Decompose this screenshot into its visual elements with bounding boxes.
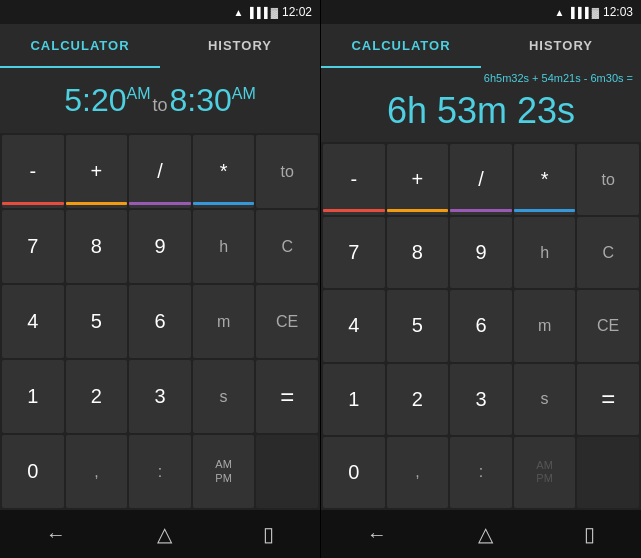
- key-colon[interactable]: :: [129, 435, 191, 508]
- key-colon-2[interactable]: :: [450, 437, 512, 508]
- phone-2: ▲ ▐▐▐ ▓ 12:03 CALCULATOR HISTORY 6h5m32s…: [321, 0, 641, 558]
- key-3[interactable]: 3: [129, 360, 191, 433]
- key-5[interactable]: 5: [66, 285, 128, 358]
- minus-indicator-2: [323, 209, 385, 212]
- mul-indicator-2: [514, 209, 576, 212]
- key-s-2[interactable]: s: [514, 364, 576, 435]
- keypad-2: - + / * to 7 8 9 h C 4 5 6 m CE 1 2: [321, 142, 641, 510]
- minus-indicator: [2, 202, 64, 205]
- tab-calculator-2[interactable]: CALCULATOR: [321, 24, 481, 68]
- key-empty: [256, 435, 318, 508]
- tab-history-2[interactable]: HISTORY: [481, 24, 641, 68]
- nav-bar-1: ← △ ▯: [0, 510, 320, 558]
- plus-indicator-2: [387, 209, 449, 212]
- nav-bar-2: ← △ ▯: [321, 510, 641, 558]
- home-button-1[interactable]: △: [157, 522, 172, 546]
- key-divide[interactable]: /: [129, 135, 191, 208]
- key-clear[interactable]: C: [256, 210, 318, 283]
- wifi-icon: ▲: [234, 7, 244, 18]
- tab-history-1[interactable]: HISTORY: [160, 24, 320, 68]
- mul-indicator: [193, 202, 255, 205]
- key-m-2[interactable]: m: [514, 290, 576, 361]
- key-4-2[interactable]: 4: [323, 290, 385, 361]
- key-divide-2[interactable]: /: [450, 144, 512, 215]
- status-bar-1: ▲ ▐▐▐ ▓ 12:02: [0, 0, 320, 24]
- back-button-1[interactable]: ←: [46, 523, 66, 546]
- key-9[interactable]: 9: [129, 210, 191, 283]
- key-8[interactable]: 8: [66, 210, 128, 283]
- status-icons-1: ▲ ▐▐▐ ▓: [234, 7, 278, 18]
- battery-icon-2: ▓: [592, 7, 599, 18]
- display-result-2: 6h 53m 23s: [321, 86, 641, 142]
- key-to-2[interactable]: to: [577, 144, 639, 215]
- key-h[interactable]: h: [193, 210, 255, 283]
- key-comma-2[interactable]: ,: [387, 437, 449, 508]
- key-h-2[interactable]: h: [514, 217, 576, 288]
- key-comma[interactable]: ,: [66, 435, 128, 508]
- key-clear-2[interactable]: C: [577, 217, 639, 288]
- key-to[interactable]: to: [256, 135, 318, 208]
- key-clear-entry[interactable]: CE: [256, 285, 318, 358]
- key-minus[interactable]: -: [2, 135, 64, 208]
- home-button-2[interactable]: △: [478, 522, 493, 546]
- key-9-2[interactable]: 9: [450, 217, 512, 288]
- key-clear-entry-2[interactable]: CE: [577, 290, 639, 361]
- status-bar-2: ▲ ▐▐▐ ▓ 12:03: [321, 0, 641, 24]
- div-indicator: [129, 202, 191, 205]
- display-area-2: 6h5m32s + 54m21s - 6m30s = 6h 53m 23s: [321, 68, 641, 142]
- key-2-2[interactable]: 2: [387, 364, 449, 435]
- phone-1: ▲ ▐▐▐ ▓ 12:02 CALCULATOR HISTORY 5:20AMt…: [0, 0, 320, 558]
- key-6-2[interactable]: 6: [450, 290, 512, 361]
- key-plus[interactable]: +: [66, 135, 128, 208]
- key-empty-2: [577, 437, 639, 508]
- status-time-2: 12:03: [603, 5, 633, 19]
- time-end: 8:30AM: [170, 82, 256, 118]
- plus-indicator: [66, 202, 128, 205]
- key-0-2[interactable]: 0: [323, 437, 385, 508]
- time-start: 5:20AM: [64, 82, 150, 118]
- key-1-2[interactable]: 1: [323, 364, 385, 435]
- status-icons-2: ▲ ▐▐▐ ▓: [555, 7, 599, 18]
- key-7[interactable]: 7: [2, 210, 64, 283]
- key-multiply-2[interactable]: *: [514, 144, 576, 215]
- key-s[interactable]: s: [193, 360, 255, 433]
- result-value-2: 6h 53m 23s: [387, 90, 575, 132]
- key-plus-2[interactable]: +: [387, 144, 449, 215]
- key-3-2[interactable]: 3: [450, 364, 512, 435]
- key-8-2[interactable]: 8: [387, 217, 449, 288]
- key-4[interactable]: 4: [2, 285, 64, 358]
- key-ampm-2[interactable]: AMPM: [514, 437, 576, 508]
- div-indicator-2: [450, 209, 512, 212]
- key-7-2[interactable]: 7: [323, 217, 385, 288]
- to-label: to: [152, 95, 167, 115]
- tab-calculator-1[interactable]: CALCULATOR: [0, 24, 160, 68]
- key-minus-2[interactable]: -: [323, 144, 385, 215]
- tabs-2: CALCULATOR HISTORY: [321, 24, 641, 68]
- battery-icon: ▓: [271, 7, 278, 18]
- ampm-end: AM: [232, 85, 256, 102]
- key-m[interactable]: m: [193, 285, 255, 358]
- key-5-2[interactable]: 5: [387, 290, 449, 361]
- tabs-1: CALCULATOR HISTORY: [0, 24, 320, 68]
- back-button-2[interactable]: ←: [367, 523, 387, 546]
- signal-icon: ▐▐▐: [246, 7, 267, 18]
- key-2[interactable]: 2: [66, 360, 128, 433]
- display-value-1: 5:20AMto8:30AM: [64, 82, 256, 119]
- key-multiply[interactable]: *: [193, 135, 255, 208]
- key-ampm[interactable]: AMPM: [193, 435, 255, 508]
- status-time-1: 12:02: [282, 5, 312, 19]
- key-0[interactable]: 0: [2, 435, 64, 508]
- wifi-icon-2: ▲: [555, 7, 565, 18]
- signal-icon-2: ▐▐▐: [567, 7, 588, 18]
- display-1: 5:20AMto8:30AM: [0, 68, 320, 133]
- key-equals[interactable]: =: [256, 360, 318, 433]
- keypad-1: - + / * to 7 8 9 h C 4 5 6 m CE 1 2: [0, 133, 320, 510]
- ampm-start: AM: [126, 85, 150, 102]
- key-equals-2[interactable]: =: [577, 364, 639, 435]
- recents-button-2[interactable]: ▯: [584, 522, 595, 546]
- recents-button-1[interactable]: ▯: [263, 522, 274, 546]
- key-1[interactable]: 1: [2, 360, 64, 433]
- display-formula-2: 6h5m32s + 54m21s - 6m30s =: [321, 68, 641, 86]
- key-6[interactable]: 6: [129, 285, 191, 358]
